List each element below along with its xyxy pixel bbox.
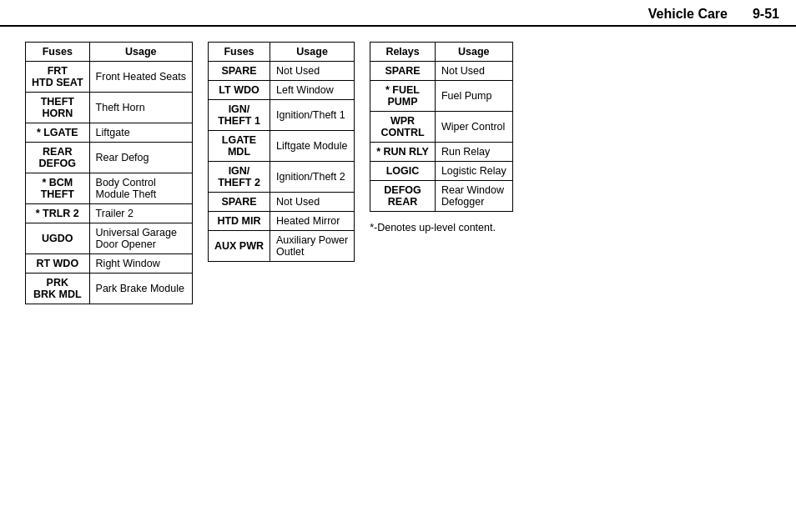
fuse-code: UGDO — [26, 223, 90, 254]
fuse-usage: Liftgate Module — [270, 131, 355, 162]
fuse-usage: Left Window — [270, 81, 355, 100]
table-row: LGATE MDLLiftgate Module — [208, 131, 354, 162]
table-row: * FUEL PUMPFuel Pump — [370, 81, 513, 112]
relay-code: DEFOG REAR — [370, 181, 436, 212]
relay-usage: Fuel Pump — [435, 81, 512, 112]
page-header: Vehicle Care 9-51 — [0, 0, 796, 27]
table-row: IGN/ THEFT 1Ignition/Theft 1 — [208, 100, 354, 131]
table-row: * TRLR 2Trailer 2 — [26, 204, 193, 223]
footnote: *-Denotes up-level content. — [370, 222, 513, 233]
table-row: SPARENot Used — [208, 193, 354, 212]
table-row: SPARENot Used — [370, 62, 513, 81]
fuses-table-left: Fuses Usage FRT HTD SEATFront Heated Sea… — [25, 42, 193, 304]
relay-usage: Not Used — [435, 62, 512, 81]
fuse-usage: Heated Mirror — [270, 212, 355, 231]
table3-col1-header: Relays — [370, 43, 436, 62]
fuse-usage: Right Window — [89, 254, 192, 274]
main-content: Fuses Usage FRT HTD SEATFront Heated Sea… — [0, 27, 796, 313]
fuse-code: LT WDO — [208, 81, 270, 100]
fuse-usage: Not Used — [270, 193, 355, 212]
table-row: RT WDORight Window — [26, 254, 193, 274]
relay-code: WPR CONTRL — [370, 112, 436, 143]
relay-code: * FUEL PUMP — [370, 81, 436, 112]
header-page: 9-51 — [753, 7, 779, 22]
fuse-code: FRT HTD SEAT — [26, 62, 90, 93]
relay-usage: Logistic Relay — [435, 162, 512, 181]
table-row: PRK BRK MDLPark Brake Module — [26, 274, 193, 304]
fuse-code: * BCM THEFT — [26, 173, 90, 204]
table-row: SPARENot Used — [208, 62, 354, 81]
table-row: HTD MIRHeated Mirror — [208, 212, 354, 231]
table2-col2-header: Usage — [270, 43, 355, 62]
relay-usage: Rear Window Defogger — [435, 181, 512, 212]
table-row: IGN/ THEFT 2Ignition/Theft 2 — [208, 162, 354, 193]
fuse-code: PRK BRK MDL — [26, 274, 90, 304]
fuse-code: LGATE MDL — [208, 131, 270, 162]
fuse-code: IGN/ THEFT 2 — [208, 162, 270, 193]
table3-col2-header: Usage — [435, 43, 512, 62]
fuse-usage: Liftgate — [89, 123, 192, 143]
table-row: * LGATELiftgate — [26, 123, 193, 143]
fuses-table-right: Fuses Usage SPARENot UsedLT WDOLeft Wind… — [208, 42, 355, 304]
relay-usage: Run Relay — [435, 143, 512, 162]
fuse-usage: Rear Defog — [89, 143, 192, 173]
fuse-usage: Park Brake Module — [89, 274, 192, 304]
fuse-code: AUX PWR — [208, 231, 270, 262]
fuse-code: SPARE — [208, 193, 270, 212]
relay-code: SPARE — [370, 62, 436, 81]
fuse-usage: Trailer 2 — [89, 204, 192, 223]
table-row: * BCM THEFTBody Control Module Theft — [26, 173, 193, 204]
fuse-code: HTD MIR — [208, 212, 270, 231]
fuse-usage: Universal Garage Door Opener — [89, 223, 192, 254]
table-row: * RUN RLYRun Relay — [370, 143, 513, 162]
fuse-code: THEFT HORN — [26, 93, 90, 123]
fuse-usage: Ignition/Theft 1 — [270, 100, 355, 131]
table-row: THEFT HORNTheft Horn — [26, 93, 193, 123]
table-row: LOGICLogistic Relay — [370, 162, 513, 181]
header-title: Vehicle Care — [648, 7, 728, 22]
table-row: REAR DEFOGRear Defog — [26, 143, 193, 173]
table2-col1-header: Fuses — [208, 43, 270, 62]
relay-code: LOGIC — [370, 162, 436, 181]
fuse-usage: Ignition/Theft 2 — [270, 162, 355, 193]
fuse-code: IGN/ THEFT 1 — [208, 100, 270, 131]
fuse-usage: Front Heated Seats — [89, 62, 192, 93]
relay-usage: Wiper Control — [435, 112, 512, 143]
fuse-usage: Auxiliary Power Outlet — [270, 231, 355, 262]
table-row: FRT HTD SEATFront Heated Seats — [26, 62, 193, 93]
relay-code: * RUN RLY — [370, 143, 436, 162]
table-row: AUX PWRAuxiliary Power Outlet — [208, 231, 354, 262]
fuse-code: * TRLR 2 — [26, 204, 90, 223]
table1-col1-header: Fuses — [26, 43, 90, 62]
table-row: WPR CONTRLWiper Control — [370, 112, 513, 143]
fuse-code: SPARE — [208, 62, 270, 81]
fuse-usage: Theft Horn — [89, 93, 192, 123]
table-row: UGDOUniversal Garage Door Opener — [26, 223, 193, 254]
fuse-usage: Body Control Module Theft — [89, 173, 192, 204]
fuse-code: RT WDO — [26, 254, 90, 274]
table-row: DEFOG REARRear Window Defogger — [370, 181, 513, 212]
table-row: LT WDOLeft Window — [208, 81, 354, 100]
fuse-code: * LGATE — [26, 123, 90, 143]
table1-col2-header: Usage — [89, 43, 192, 62]
fuse-usage: Not Used — [270, 62, 355, 81]
fuse-code: REAR DEFOG — [26, 143, 90, 173]
relays-section: Relays Usage SPARENot Used* FUEL PUMPFue… — [370, 42, 513, 304]
